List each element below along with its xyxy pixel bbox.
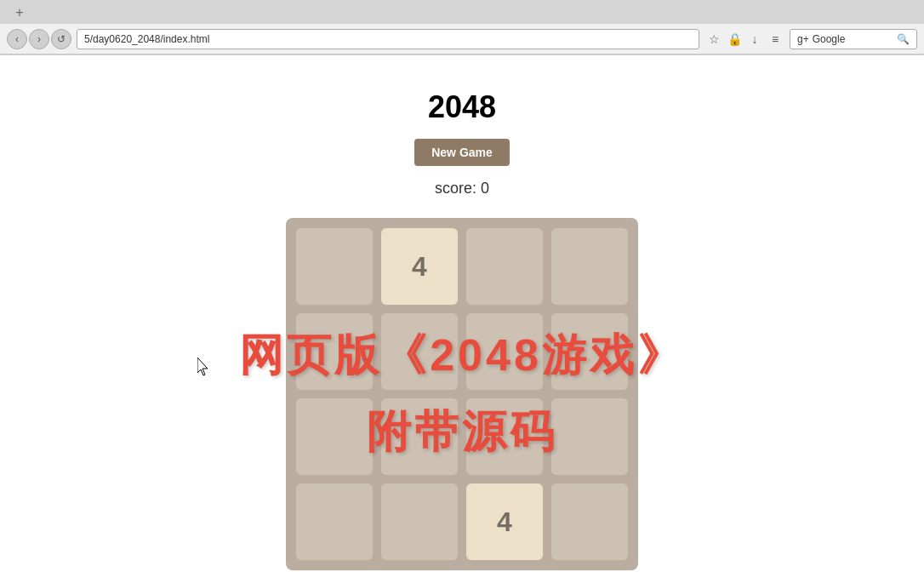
score-label: score: <box>435 180 481 197</box>
table-row <box>551 228 628 305</box>
score-display: score: 0 <box>435 180 489 197</box>
game-board-container: 44 网页版《2048游戏》 附带源码 <box>286 218 638 570</box>
table-row <box>296 484 373 560</box>
forward-button[interactable]: › <box>29 29 49 49</box>
tab-bar: + <box>0 0 924 24</box>
new-game-button[interactable]: New Game <box>414 139 510 166</box>
page-content: 2048 New Game score: 0 44 网页版《2048游戏》 附带… <box>0 55 924 570</box>
address-field[interactable]: 5/day0620_2048/index.html <box>77 29 699 49</box>
download-icon[interactable]: ↓ <box>745 30 764 49</box>
refresh-button[interactable]: ↺ <box>51 29 71 49</box>
table-row <box>466 313 543 390</box>
search-box[interactable]: g+ Google 🔍 <box>790 29 917 49</box>
table-row: 4 <box>381 228 458 305</box>
game-title: 2048 <box>428 89 496 125</box>
back-button[interactable]: ‹ <box>7 29 27 49</box>
bookmark-star-icon[interactable]: ☆ <box>704 30 723 49</box>
table-row <box>466 398 543 475</box>
table-row: 4 <box>466 484 543 560</box>
table-row <box>296 398 373 475</box>
address-icons: ☆ 🔒 ↓ ≡ <box>704 30 784 49</box>
game-board[interactable]: 44 <box>286 218 638 570</box>
nav-buttons: ‹ › ↺ <box>7 29 71 49</box>
google-icon: g+ <box>797 33 809 45</box>
new-tab-button[interactable]: + <box>10 3 29 22</box>
table-row <box>381 484 458 560</box>
browser-chrome: + ‹ › ↺ 5/day0620_2048/index.html ☆ 🔒 ↓ … <box>0 0 924 55</box>
search-icon: 🔍 <box>897 33 910 45</box>
score-value: 0 <box>481 180 489 197</box>
table-row <box>466 228 543 305</box>
table-row <box>381 398 458 475</box>
search-label: Google <box>813 33 846 45</box>
table-row <box>296 313 373 390</box>
security-icon[interactable]: 🔒 <box>725 30 744 49</box>
table-row <box>551 398 628 475</box>
menu-icon[interactable]: ≡ <box>766 30 784 49</box>
table-row <box>296 228 373 305</box>
table-row <box>551 484 628 560</box>
table-row <box>381 313 458 390</box>
table-row <box>551 313 628 390</box>
address-bar-row: ‹ › ↺ 5/day0620_2048/index.html ☆ 🔒 ↓ ≡ … <box>0 24 924 54</box>
